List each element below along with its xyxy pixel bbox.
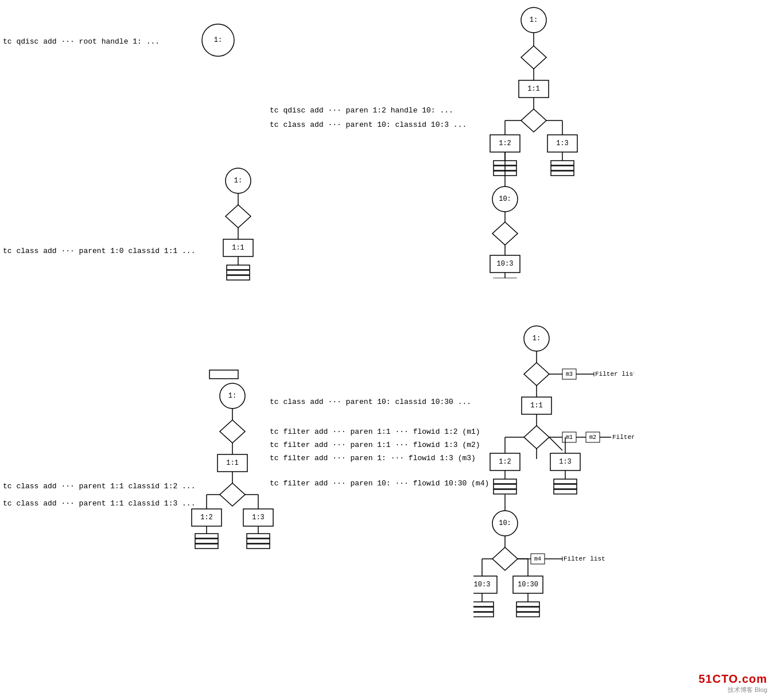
svg-text:1:1: 1:1 [530, 402, 543, 410]
svg-text:1:: 1: [533, 335, 541, 343]
svg-text:1:2: 1:2 [200, 514, 213, 522]
svg-text:1:: 1: [234, 177, 242, 185]
svg-text:1:3: 1:3 [252, 514, 265, 522]
svg-text:1:: 1: [530, 16, 538, 24]
label-class-103: tc class add ··· parent 10: classid 10:3… [270, 120, 467, 129]
svg-rect-26 [551, 171, 574, 176]
label-filter-m3: tc filter add ··· paren 1: ··· flowid 1:… [270, 454, 476, 462]
svg-marker-42 [226, 205, 251, 228]
label-class-1030: tc class add ··· parent 10: classid 10:3… [270, 398, 471, 406]
svg-marker-10 [521, 109, 546, 132]
svg-text:m3: m3 [566, 371, 573, 378]
svg-rect-115 [554, 489, 577, 494]
diagram-filter-tree: 1: m3 Filter list 1:1 m1 m2 Filter list … [473, 321, 634, 694]
watermark-logo: 51CTO.com [698, 672, 767, 686]
svg-rect-47 [227, 265, 250, 270]
svg-marker-79 [524, 363, 549, 386]
svg-marker-90 [524, 426, 549, 449]
diagram-simple-circle: 1: [195, 17, 241, 63]
svg-text:10:3: 10:3 [474, 581, 491, 589]
diagram-full-tree: 1: 1:1 1:2 1:3 [476, 3, 591, 278]
svg-text:1:: 1: [214, 36, 222, 44]
svg-rect-73 [247, 534, 270, 538]
svg-text:Filter list: Filter list [595, 371, 634, 378]
svg-text:1:2: 1:2 [499, 139, 511, 147]
svg-rect-106 [494, 489, 516, 494]
svg-text:10:: 10: [499, 195, 511, 203]
diagram-class-12-13: 1: 1:1 1:2 1:3 [181, 382, 284, 600]
svg-text:m1: m1 [566, 434, 573, 441]
label-filter-m2: tc filter add ··· paren 1:1 ··· flowid 1… [270, 441, 480, 449]
main-container: tc qdisc add ··· root handle 1: ... 1: t… [0, 0, 773, 700]
label-qdisc-root: tc qdisc add ··· root handle 1: ... [3, 37, 160, 46]
svg-rect-133 [473, 607, 494, 612]
label-qdisc-paren: tc qdisc add ··· paren 1:2 handle 10: ..… [270, 106, 453, 115]
svg-rect-49 [227, 275, 250, 280]
label-class-13: tc class add ··· parent 1:1 classid 1:3 … [3, 499, 195, 508]
svg-line-107 [549, 437, 562, 450]
svg-rect-74 [247, 539, 270, 543]
svg-text:1:1: 1:1 [232, 244, 244, 252]
diagram-class-11: 1: 1:1 [204, 166, 273, 298]
label-class-11: tc class add ··· parent 1:0 classid 1:1 … [3, 247, 195, 255]
svg-text:1:1: 1:1 [226, 459, 239, 467]
svg-rect-66 [195, 539, 218, 543]
svg-rect-25 [551, 166, 574, 170]
svg-text:m2: m2 [589, 434, 596, 441]
svg-rect-114 [554, 484, 577, 489]
label-class-12: tc class add ··· parent 1:1 classid 1:2 … [3, 482, 195, 491]
svg-marker-59 [220, 483, 245, 506]
diagram-rect-small [207, 367, 241, 382]
svg-text:1:: 1: [228, 392, 236, 400]
svg-text:10:: 10: [499, 519, 511, 527]
svg-text:Filter list: Filter list [564, 555, 605, 562]
svg-marker-5 [521, 46, 546, 69]
svg-text:1:3: 1:3 [559, 458, 572, 466]
svg-marker-54 [220, 420, 245, 443]
svg-rect-142 [516, 612, 539, 617]
svg-rect-67 [195, 544, 218, 549]
svg-text:1:3: 1:3 [556, 139, 569, 147]
svg-text:m4: m4 [534, 556, 541, 562]
svg-rect-113 [554, 479, 577, 484]
svg-text:1:2: 1:2 [499, 458, 511, 466]
svg-rect-104 [494, 479, 516, 484]
watermark-subtitle: 技术博客 Blog [728, 686, 767, 694]
svg-text:10:30: 10:30 [518, 581, 538, 589]
svg-text:1:1: 1:1 [527, 85, 540, 93]
svg-rect-75 [247, 544, 270, 549]
svg-rect-132 [473, 602, 494, 606]
svg-rect-24 [551, 161, 574, 165]
svg-marker-120 [492, 547, 518, 570]
svg-rect-105 [494, 484, 516, 489]
svg-rect-141 [516, 607, 539, 612]
watermark: 51CTO.com 技术博客 Blog [698, 672, 767, 694]
svg-text:Filter list: Filter list [612, 434, 634, 441]
label-filter-m1: tc filter add ··· paren 1:1 ··· flowid 1… [270, 427, 480, 436]
svg-rect-50 [209, 370, 238, 379]
svg-rect-48 [227, 270, 250, 275]
svg-marker-31 [492, 222, 518, 245]
svg-rect-134 [473, 612, 494, 617]
label-filter-m4: tc filter add ··· paren 10: ··· flowid 1… [270, 479, 489, 488]
svg-rect-140 [516, 602, 539, 606]
svg-rect-65 [195, 534, 218, 538]
svg-text:10:3: 10:3 [497, 260, 514, 268]
